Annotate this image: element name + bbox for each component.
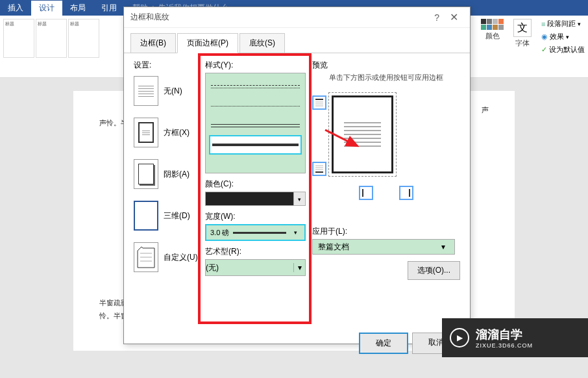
chevron-down-icon: ▾ (290, 229, 300, 236)
options-button[interactable]: 选项(O)... (408, 261, 460, 280)
setting-box[interactable]: 方框(X) (134, 118, 199, 147)
color-label: 颜色(C): (205, 179, 306, 190)
help-button[interactable]: ? (429, 12, 445, 23)
setting-3d[interactable]: 三维(D) (134, 201, 199, 231)
colors-dropdown[interactable]: 颜色 (481, 19, 504, 41)
fonts-dropdown[interactable]: 文 字体 (513, 19, 532, 48)
right-border-button[interactable] (399, 186, 413, 200)
style-item[interactable] (209, 116, 302, 135)
bottom-border-button[interactable] (312, 162, 326, 176)
width-label: 宽度(W): (205, 211, 306, 222)
top-border-button[interactable] (312, 95, 326, 110)
tab-border[interactable]: 边框(B) (130, 33, 176, 53)
font-icon: 文 (513, 19, 532, 37)
dialog-title: 边框和底纹 (130, 12, 169, 23)
set-default[interactable]: ✓设为默认值 (541, 45, 585, 55)
colors-label: 颜色 (485, 31, 500, 41)
chevron-down-icon: ▾ (437, 242, 449, 251)
tab-page-border[interactable]: 页面边框(P) (177, 33, 238, 53)
theme-item[interactable]: 标题 (36, 19, 67, 58)
art-label: 艺术型(R): (205, 246, 306, 257)
close-button[interactable]: ✕ (445, 11, 463, 23)
setting-none[interactable]: 无(N) (134, 76, 199, 106)
ok-button[interactable]: 确定 (359, 333, 408, 354)
apply-label: 应用于(L): (312, 226, 460, 237)
width-select[interactable]: 3.0 磅 ▾ (205, 224, 306, 241)
setting-custom[interactable]: 自定义(U) (134, 242, 199, 272)
preview-label: 预览 (312, 60, 460, 71)
fonts-label: 字体 (515, 38, 530, 48)
svg-line-14 (325, 130, 358, 146)
chevron-down-icon: ▾ (293, 192, 305, 205)
effects[interactable]: ◉效果▾ (541, 32, 585, 42)
chevron-down-icon: ▾ (293, 263, 305, 272)
arrow-annotation (322, 127, 367, 155)
preview-hint: 单击下方图示或使用按钮可应用边框 (312, 73, 460, 82)
tab-references[interactable]: 引用 (93, 1, 125, 16)
theme-item[interactable]: 标题 (3, 19, 34, 58)
borders-shading-dialog: 边框和底纹 ? ✕ 边框(B) 页面边框(P) 底纹(S) 设置: 无(N) 方… (123, 6, 471, 344)
apply-select[interactable]: 整篇文档 ▾ (312, 239, 455, 255)
theme-item[interactable]: 标题 (68, 19, 99, 58)
tab-layout[interactable]: 布局 (62, 1, 93, 16)
paragraph-spacing[interactable]: ≡段落间距▾ (541, 19, 585, 29)
watermark-logo: ▶ 溜溜自学 ZIXUE.3D66.COM (442, 318, 588, 357)
theme-gallery[interactable]: 标题 标题 标题 (3, 19, 120, 75)
style-item[interactable] (209, 96, 302, 116)
art-select[interactable]: (无) ▾ (205, 259, 306, 276)
play-icon: ▶ (450, 328, 469, 347)
style-list[interactable] (205, 73, 306, 173)
tab-design[interactable]: 设计 (31, 1, 62, 16)
settings-label: 设置: (134, 60, 199, 71)
color-select[interactable]: ▾ (205, 192, 306, 206)
tab-insert[interactable]: 插入 (0, 1, 31, 16)
style-item[interactable] (209, 77, 302, 96)
setting-shadow[interactable]: 阴影(A) (134, 159, 199, 189)
style-item[interactable] (209, 135, 302, 155)
left-border-button[interactable] (359, 186, 373, 200)
tab-shading[interactable]: 底纹(S) (239, 33, 285, 53)
style-label: 样式(Y): (205, 60, 306, 71)
